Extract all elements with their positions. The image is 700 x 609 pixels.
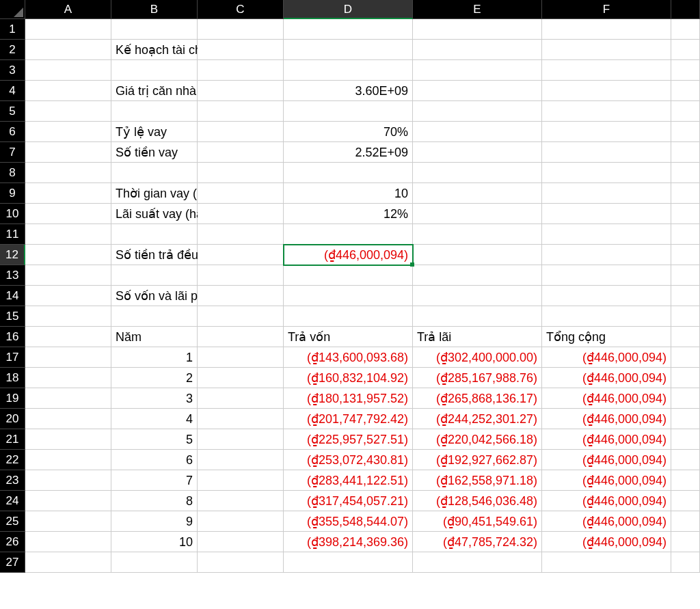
loan-years-cell[interactable]: 10 [284,183,413,204]
cell[interactable] [671,368,700,388]
cell[interactable] [25,450,111,470]
cell[interactable] [671,409,700,429]
cell[interactable] [542,122,671,142]
cell[interactable] [25,306,111,327]
cell[interactable] [413,81,542,101]
interest-cell[interactable]: (₫285,167,988.76) [413,368,542,388]
cell[interactable] [542,204,671,224]
principal-cell[interactable]: (₫355,548,544.07) [284,511,413,532]
cell[interactable] [671,532,700,552]
cell[interactable] [25,204,111,224]
row-header-1[interactable]: 1 [0,19,25,40]
cell[interactable] [671,19,700,40]
cell[interactable] [413,204,542,224]
cell[interactable] [542,552,671,573]
cell[interactable] [284,40,413,60]
row-header-22[interactable]: 22 [0,450,25,470]
loan-ratio-label[interactable]: Tỷ lệ vay [111,122,198,142]
row-header-7[interactable]: 7 [0,142,25,163]
cell[interactable] [284,60,413,81]
cell[interactable] [413,245,542,265]
cell[interactable] [284,286,413,306]
schedule-title-label[interactable]: Số vốn và lãi phải trả hàng năm [111,286,198,306]
cell[interactable] [671,183,700,204]
cell[interactable] [25,265,111,286]
cell[interactable] [413,122,542,142]
cell[interactable] [25,60,111,81]
year-cell[interactable]: 4 [111,409,198,429]
row-header-23[interactable]: 23 [0,470,25,491]
cell[interactable] [198,368,284,388]
principal-cell[interactable]: (₫180,131,957.52) [284,388,413,409]
row-header-9[interactable]: 9 [0,183,25,204]
cell[interactable] [671,511,700,532]
principal-cell[interactable]: (₫253,072,430.81) [284,450,413,470]
loan-years-label[interactable]: Thời gian vay (năm) [111,183,198,204]
col-year-header[interactable]: Năm [111,327,198,347]
cell[interactable] [111,60,198,81]
cell[interactable] [25,40,111,60]
cell[interactable] [542,60,671,81]
row-header-6[interactable]: 6 [0,122,25,142]
cell[interactable] [25,122,111,142]
cell[interactable] [671,40,700,60]
cell[interactable] [198,470,284,491]
cell[interactable] [413,224,542,245]
cell[interactable] [198,491,284,511]
cell[interactable] [671,204,700,224]
cell[interactable] [542,81,671,101]
annual-pay-cell[interactable]: (₫446,000,094) [284,245,413,265]
cell[interactable] [542,306,671,327]
cell[interactable] [284,306,413,327]
cell[interactable] [111,224,198,245]
cell[interactable] [198,265,284,286]
rate-cell[interactable]: 12% [284,204,413,224]
cell[interactable] [542,40,671,60]
cell[interactable] [25,142,111,163]
column-header-A[interactable]: A [25,0,111,19]
interest-cell[interactable]: (₫47,785,724.32) [413,532,542,552]
cell[interactable] [671,224,700,245]
cell[interactable] [542,224,671,245]
cell[interactable] [111,306,198,327]
cell[interactable] [198,122,284,142]
cell[interactable] [198,204,284,224]
cell[interactable] [111,101,198,122]
cell[interactable] [198,224,284,245]
cell[interactable] [413,142,542,163]
cell[interactable] [25,409,111,429]
cell[interactable] [413,265,542,286]
title-label[interactable]: Kế hoạch tài chính khi mua nhà [111,40,198,60]
cell[interactable] [25,224,111,245]
cell[interactable] [25,368,111,388]
total-cell[interactable]: (₫446,000,094) [542,470,671,491]
total-cell[interactable]: (₫446,000,094) [542,491,671,511]
cell[interactable] [542,183,671,204]
total-cell[interactable]: (₫446,000,094) [542,368,671,388]
row-header-14[interactable]: 14 [0,286,25,306]
column-header-E[interactable]: E [413,0,542,19]
cell[interactable] [542,19,671,40]
principal-cell[interactable]: (₫143,600,093.68) [284,347,413,368]
loan-amount-cell[interactable]: 2.52E+09 [284,142,413,163]
cell[interactable] [111,19,198,40]
year-cell[interactable]: 6 [111,450,198,470]
row-header-3[interactable]: 3 [0,60,25,81]
cell[interactable] [25,19,111,40]
cell[interactable] [25,532,111,552]
cell[interactable] [25,388,111,409]
total-cell[interactable]: (₫446,000,094) [542,409,671,429]
cell[interactable] [284,163,413,183]
cell[interactable] [198,142,284,163]
row-header-10[interactable]: 10 [0,204,25,224]
cell[interactable] [198,60,284,81]
cell[interactable] [671,142,700,163]
row-header-13[interactable]: 13 [0,265,25,286]
cell[interactable] [671,81,700,101]
cell[interactable] [671,491,700,511]
cell[interactable] [198,552,284,573]
cell[interactable] [671,450,700,470]
cell[interactable] [198,327,284,347]
house-value-cell[interactable]: 3.60E+09 [284,81,413,101]
cell[interactable] [198,306,284,327]
